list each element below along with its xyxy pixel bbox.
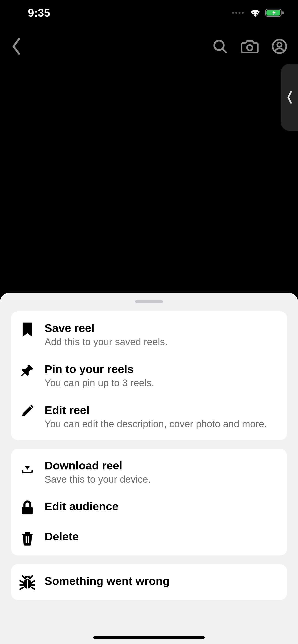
menu-download-reel[interactable]: Download reel Save this to your device. (11, 452, 287, 492)
trash-icon (20, 530, 35, 546)
menu-something-wrong[interactable]: Something went wrong (11, 567, 287, 597)
sheet-group-3: Something went wrong (11, 564, 287, 600)
side-handle[interactable] (280, 64, 298, 131)
top-nav (0, 35, 298, 58)
menu-title: Download reel (45, 459, 278, 472)
pin-icon (20, 362, 35, 378)
menu-title: Edit reel (45, 404, 278, 416)
bug-icon (20, 574, 35, 590)
download-icon (20, 458, 35, 474)
menu-subtitle: Save this to your device. (45, 474, 278, 486)
svg-rect-10 (28, 536, 29, 543)
svg-rect-2 (282, 11, 283, 14)
status-time: 9:35 (28, 6, 50, 19)
action-sheet: Save reel Add this to your saved reels. … (0, 293, 298, 644)
status-bar: 9:35 (0, 0, 298, 26)
menu-save-reel[interactable]: Save reel Add this to your saved reels. (11, 314, 287, 355)
sheet-group-2: Download reel Save this to your device. … (11, 449, 287, 556)
svg-rect-9 (26, 536, 27, 543)
svg-line-4 (223, 49, 226, 52)
camera-icon[interactable] (241, 38, 258, 54)
menu-title: Pin to your reels (45, 362, 278, 376)
svg-rect-8 (22, 507, 33, 514)
bookmark-icon (20, 321, 35, 337)
sheet-group-1: Save reel Add this to your saved reels. … (11, 311, 287, 440)
menu-subtitle: You can pin up to 3 reels. (45, 377, 278, 389)
battery-charging-icon (265, 8, 284, 18)
search-icon[interactable] (212, 38, 228, 54)
sheet-grabber[interactable] (135, 300, 163, 303)
status-right (232, 8, 284, 18)
wifi-icon (250, 8, 261, 17)
menu-subtitle: Add this to your saved reels. (45, 336, 278, 348)
home-indicator[interactable] (93, 636, 205, 639)
menu-edit-audience[interactable]: Edit audience (11, 492, 287, 522)
menu-subtitle: You can edit the description, cover phot… (45, 418, 278, 430)
menu-delete[interactable]: Delete (11, 522, 287, 553)
menu-title: Edit audience (45, 500, 278, 513)
back-button[interactable] (11, 37, 22, 56)
menu-title: Something went wrong (45, 574, 278, 588)
svg-point-7 (277, 42, 282, 47)
menu-pin-reel[interactable]: Pin to your reels You can pin up to 3 re… (11, 355, 287, 396)
menu-title: Save reel (45, 322, 278, 334)
cellular-dots-icon (232, 12, 244, 14)
pencil-icon (20, 403, 35, 418)
profile-icon[interactable] (271, 38, 287, 54)
svg-point-5 (247, 45, 252, 50)
lock-icon (20, 499, 35, 516)
menu-edit-reel[interactable]: Edit reel You can edit the description, … (11, 396, 287, 437)
menu-title: Delete (45, 530, 278, 543)
